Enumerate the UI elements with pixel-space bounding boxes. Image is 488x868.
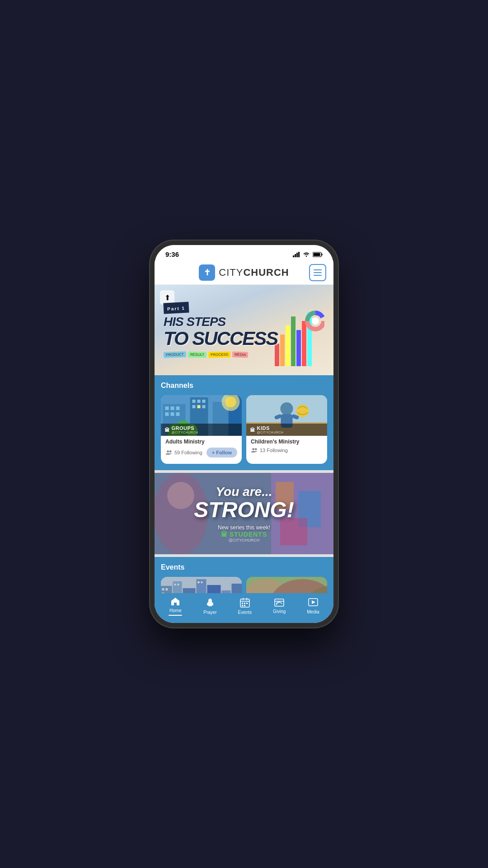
church-logo-icon: ✝ <box>199 264 215 281</box>
svg-rect-26 <box>176 412 180 416</box>
svg-point-41 <box>167 450 169 453</box>
nav-label-media: Media <box>307 609 319 614</box>
nav-item-prayer[interactable]: Prayer <box>203 598 216 615</box>
giving-icon <box>274 599 284 608</box>
svg-rect-29 <box>197 400 201 403</box>
kids-following-count: 13 Following <box>251 448 288 453</box>
nav-item-giving[interactable]: Giving <box>273 599 286 614</box>
promo-text-overlay: You are... STRONG! New series this week!… <box>155 473 333 554</box>
svg-rect-2 <box>296 253 298 257</box>
channel-label-groups: 🏛 GROUPS @CITYCHURCH <box>161 424 242 436</box>
channel-meta-kids: 13 Following <box>251 448 323 453</box>
svg-rect-72 <box>174 584 176 585</box>
phone-screen: 9:36 <box>155 245 333 623</box>
app-title: CITYCHURCH <box>219 267 289 278</box>
event-card-1[interactable] <box>161 577 242 593</box>
hero-text-overlay: Part 1 HiS StePs TO SUCCESS PRODUCT RESU… <box>155 285 333 375</box>
svg-point-51 <box>252 448 254 450</box>
svg-rect-64 <box>183 588 196 593</box>
channel-card-kids: 🏛 KIDS @CITYCHURCH Children's Ministry <box>246 395 327 464</box>
event-thumb-city <box>161 577 242 593</box>
kids-label: KIDS <box>257 425 270 431</box>
svg-rect-6 <box>322 253 323 255</box>
svg-rect-88 <box>244 605 245 606</box>
promo-you-are: You are... <box>216 485 272 499</box>
svg-rect-65 <box>197 579 206 593</box>
bottom-nav: Home Prayer <box>155 593 333 623</box>
svg-point-42 <box>169 450 172 453</box>
menu-button[interactable] <box>309 264 326 281</box>
battery-icon <box>313 252 323 257</box>
event-card-2[interactable] <box>246 577 327 593</box>
nav-label-giving: Giving <box>273 609 286 614</box>
adults-following-count: 59 Following <box>165 450 202 455</box>
svg-rect-0 <box>293 255 294 257</box>
status-time: 9:36 <box>165 250 179 258</box>
home-icon <box>170 597 180 607</box>
logo-container: ✝ CITYCHURCH <box>199 264 289 281</box>
channels-grid: 🏛 GROUPS @CITYCHURCH Adults Ministry <box>161 395 327 464</box>
event-thumb-nature <box>246 577 327 593</box>
svg-point-46 <box>281 402 293 415</box>
logo-text-church: CHURCH <box>243 267 289 278</box>
channel-card-adults: 🏛 GROUPS @CITYCHURCH Adults Ministry <box>161 395 242 464</box>
svg-rect-68 <box>232 584 242 593</box>
svg-rect-21 <box>165 406 169 410</box>
groups-church-icon: 🏛 <box>164 427 170 433</box>
nav-label-events: Events <box>238 610 252 615</box>
hero-banner: ⬆ <box>155 285 333 375</box>
nav-label-home: Home <box>169 608 182 613</box>
people-icon-kids <box>251 448 258 453</box>
promo-students-label: 🏛 STUDENTS <box>221 531 267 538</box>
kids-church-icon: 🏛 <box>250 427 255 433</box>
svg-marker-91 <box>312 600 315 604</box>
status-icons <box>293 252 323 257</box>
groups-sublabel: @CITYCHURCH <box>172 431 198 434</box>
phone-frame: 9:36 <box>149 240 339 628</box>
svg-rect-86 <box>246 603 248 604</box>
svg-rect-3 <box>298 252 300 257</box>
hero-line2: TO SUCCESS <box>164 329 324 348</box>
channel-thumb-kids: 🏛 KIDS @CITYCHURCH <box>246 395 327 436</box>
app-header: ✝ CITYCHURCH <box>155 261 333 285</box>
svg-point-40 <box>225 396 236 407</box>
svg-rect-69 <box>162 588 164 590</box>
hamburger-icon <box>314 269 322 276</box>
prayer-icon <box>206 598 215 609</box>
channels-section: Channels <box>155 375 333 470</box>
adults-follow-button[interactable]: + Follow <box>206 448 237 458</box>
svg-rect-31 <box>192 405 196 408</box>
events-section: Events <box>155 557 333 593</box>
svg-rect-84 <box>242 603 243 604</box>
hero-part-label: Part 1 <box>167 306 185 311</box>
svg-rect-63 <box>173 581 182 593</box>
channel-label-kids: 🏛 KIDS @CITYCHURCH <box>246 424 327 436</box>
channels-title: Channels <box>161 382 327 390</box>
promo-strong: STRONG! <box>194 499 294 521</box>
svg-rect-24 <box>165 412 169 416</box>
kids-following-text: 13 Following <box>260 448 288 453</box>
svg-point-52 <box>255 448 257 450</box>
nav-item-events[interactable]: Events <box>238 598 252 615</box>
status-bar: 9:36 <box>155 245 333 261</box>
nav-item-home[interactable]: Home <box>169 597 182 616</box>
svg-rect-75 <box>201 581 203 583</box>
nav-label-prayer: Prayer <box>203 610 216 615</box>
groups-label: GROUPS <box>172 425 195 431</box>
logo-text-city: CITY <box>219 267 243 278</box>
events-icon <box>240 598 250 609</box>
nav-item-media[interactable]: Media <box>307 598 319 614</box>
signal-icon <box>293 252 300 257</box>
svg-rect-1 <box>295 254 296 257</box>
hero-line1: HiS StePs <box>164 315 324 329</box>
svg-rect-25 <box>171 412 174 416</box>
channel-info-kids: Children's Ministry 13 Follo <box>246 436 327 455</box>
students-label-text: STUDENTS <box>230 531 267 538</box>
svg-rect-30 <box>202 400 206 403</box>
svg-rect-89 <box>275 599 284 606</box>
students-church-icon: 🏛 <box>221 531 228 538</box>
scroll-content[interactable]: ⬆ <box>155 285 333 593</box>
people-icon-adults <box>165 450 173 455</box>
channel-thumb-groups: 🏛 GROUPS @CITYCHURCH <box>161 395 242 436</box>
channel-info-adults: Adults Ministry 59 Following <box>161 436 242 459</box>
